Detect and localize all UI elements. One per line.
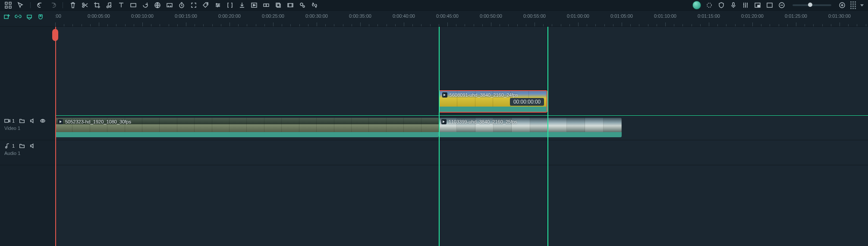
expand-icon[interactable] bbox=[190, 1, 198, 9]
clip-label: 5608091-uhd_3840_2160_24fps bbox=[450, 92, 518, 98]
lane-audio[interactable] bbox=[55, 140, 868, 165]
avatar[interactable] bbox=[692, 1, 701, 9]
timer-icon[interactable] bbox=[178, 1, 186, 9]
add-track-icon[interactable] bbox=[3, 13, 11, 21]
play-rect-icon[interactable] bbox=[250, 1, 258, 9]
mixer-icon[interactable] bbox=[742, 1, 749, 9]
ruler-major-label: 00:00 bbox=[55, 13, 61, 19]
svg-point-12 bbox=[207, 3, 208, 4]
play-icon bbox=[58, 119, 63, 124]
ruler[interactable]: 00:000:00:05:000:00:10:000:00:15:000:00:… bbox=[55, 11, 868, 26]
svg-rect-3 bbox=[9, 6, 11, 8]
svg-rect-29 bbox=[27, 15, 31, 18]
link-icon[interactable] bbox=[15, 13, 22, 21]
mute-icon[interactable] bbox=[29, 118, 35, 124]
track-head-spacer bbox=[0, 27, 55, 115]
ruler-major-label: 0:01:15:00 bbox=[698, 13, 720, 19]
clip-label: 5052323-hd_1920_1080_30fps bbox=[65, 119, 131, 124]
audio-track-icon bbox=[4, 143, 10, 149]
toolbar-right bbox=[692, 1, 864, 9]
playhead-handle[interactable] bbox=[52, 29, 58, 41]
video-strip-icon[interactable] bbox=[286, 1, 294, 9]
svg-rect-22 bbox=[733, 3, 734, 6]
music-note-icon[interactable] bbox=[105, 1, 113, 9]
svg-rect-15 bbox=[266, 4, 269, 6]
zoom-slider[interactable] bbox=[793, 4, 831, 6]
ruler-major-label: 0:00:15:00 bbox=[175, 13, 197, 19]
snap-guide-b bbox=[547, 27, 548, 246]
shield-icon[interactable] bbox=[717, 1, 725, 9]
adjust-icon[interactable] bbox=[214, 1, 222, 9]
svg-rect-25 bbox=[767, 3, 772, 7]
fullscreen-icon[interactable] bbox=[766, 1, 774, 9]
eye-icon[interactable] bbox=[40, 118, 46, 124]
ruler-major-label: 0:01:20:00 bbox=[741, 13, 764, 19]
grid-menu-icon[interactable] bbox=[4, 1, 12, 9]
crop-icon[interactable] bbox=[93, 1, 101, 9]
audio-track-index: 1 bbox=[12, 143, 15, 148]
scissors-icon[interactable] bbox=[81, 1, 89, 9]
text-icon[interactable] bbox=[117, 1, 125, 9]
layers-icon[interactable] bbox=[274, 1, 282, 9]
rotate-icon[interactable] bbox=[142, 1, 149, 9]
svg-point-21 bbox=[707, 3, 711, 7]
view-grid-icon[interactable] bbox=[850, 1, 856, 9]
subtitle-icon[interactable] bbox=[166, 1, 173, 9]
clip-video-1[interactable]: 5052323-hd_1920_1080_30fps bbox=[55, 118, 439, 137]
snap-guide-a bbox=[439, 27, 440, 246]
clip-waveform bbox=[440, 107, 547, 112]
video-track-icon bbox=[4, 118, 10, 124]
track-head-audio[interactable]: 1 Audio 1 bbox=[0, 140, 55, 165]
svg-point-32 bbox=[6, 147, 7, 148]
pip-icon[interactable] bbox=[754, 1, 761, 9]
clip-video-2[interactable]: 1103399-uhd_3840_2160_25fps bbox=[439, 118, 622, 137]
zoom-out-icon[interactable] bbox=[778, 1, 786, 9]
mute-icon[interactable] bbox=[29, 143, 35, 149]
svg-point-19 bbox=[300, 3, 303, 6]
ruler-major-label: 0:00:40:00 bbox=[393, 13, 415, 19]
separator bbox=[63, 2, 63, 8]
folder-icon[interactable] bbox=[19, 118, 25, 124]
track-headers: 1 Video 1 1 Audio 1 bbox=[0, 27, 55, 246]
tracks-area[interactable]: 5052323-hd_1920_1080_30fps 1103399-uhd_3… bbox=[55, 27, 868, 246]
magnet-icon[interactable] bbox=[37, 13, 45, 21]
audio-track-label: Audio 1 bbox=[4, 151, 51, 156]
globe-icon[interactable] bbox=[154, 1, 161, 9]
zoom-in-icon[interactable] bbox=[838, 1, 846, 9]
delete-icon[interactable] bbox=[69, 1, 77, 9]
play-icon bbox=[441, 119, 447, 124]
rectangle-icon[interactable] bbox=[129, 1, 137, 9]
svg-point-31 bbox=[42, 120, 44, 122]
svg-rect-2 bbox=[5, 6, 7, 8]
clip-waveform bbox=[439, 132, 622, 137]
download-icon[interactable] bbox=[238, 1, 246, 9]
track-head-video[interactable]: 1 Video 1 bbox=[0, 115, 55, 140]
ruler-major-label: 0:00:45:00 bbox=[436, 13, 459, 19]
ruler-major-label: 0:01:30:00 bbox=[828, 13, 851, 19]
fx-icon[interactable] bbox=[299, 1, 306, 9]
ruler-major-label: 0:01:10:00 bbox=[654, 13, 676, 19]
svg-point-6 bbox=[107, 6, 109, 8]
clip-floating[interactable]: 5608091-uhd_3840_2160_24fps 00:00:00:00 bbox=[439, 90, 548, 113]
mic-icon[interactable] bbox=[730, 1, 737, 9]
folder-icon[interactable] bbox=[19, 143, 25, 149]
dual-rect-icon[interactable] bbox=[262, 1, 270, 9]
playhead-line[interactable] bbox=[55, 27, 56, 246]
redo-icon[interactable] bbox=[49, 1, 57, 9]
timeline-utilities bbox=[0, 11, 55, 26]
ruler-major-label: 0:01:00:00 bbox=[567, 13, 589, 19]
video-track-label: Video 1 bbox=[4, 126, 51, 131]
undo-icon[interactable] bbox=[37, 1, 44, 9]
marker-icon[interactable] bbox=[26, 13, 34, 21]
view-dropdown-icon[interactable] bbox=[860, 4, 864, 6]
ruler-major-label: 0:00:50:00 bbox=[480, 13, 502, 19]
ruler-major-label: 0:00:10:00 bbox=[131, 13, 154, 19]
brackets-icon[interactable] bbox=[226, 1, 234, 9]
unlink-icon[interactable] bbox=[311, 1, 318, 9]
lane-video[interactable]: 5052323-hd_1920_1080_30fps 1103399-uhd_3… bbox=[55, 115, 868, 140]
pointer-icon[interactable] bbox=[16, 1, 24, 9]
svg-point-4 bbox=[82, 3, 84, 5]
sparkle-icon[interactable] bbox=[705, 1, 713, 9]
tag-icon[interactable] bbox=[202, 1, 210, 9]
svg-rect-8 bbox=[131, 3, 136, 7]
